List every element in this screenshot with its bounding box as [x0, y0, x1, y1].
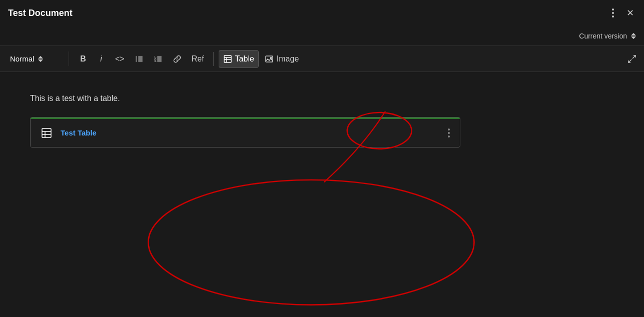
svg-rect-12	[224, 56, 231, 62]
image-label: Image	[277, 54, 299, 64]
table-icon	[223, 54, 232, 64]
ref-label: Ref	[192, 54, 204, 64]
svg-rect-9	[157, 56, 162, 58]
svg-rect-0	[136, 56, 137, 58]
svg-line-18	[632, 56, 635, 58]
svg-line-19	[628, 60, 631, 62]
ordered-list-button[interactable]: 1. 2. 3.	[150, 50, 167, 68]
svg-text:3.: 3.	[154, 60, 157, 62]
svg-rect-4	[136, 60, 137, 62]
code-label: <>	[115, 54, 125, 64]
version-selector[interactable]: Current version	[579, 32, 636, 40]
expand-button[interactable]	[624, 51, 640, 67]
title-bar-right: ✕	[610, 6, 636, 20]
version-chevron-icon	[631, 33, 636, 39]
code-button[interactable]: <>	[111, 50, 129, 68]
link-button[interactable]	[169, 50, 186, 68]
table-block-header[interactable]: Test Table	[31, 118, 460, 147]
svg-rect-11	[157, 60, 162, 62]
italic-label: i	[100, 54, 102, 64]
svg-point-17	[270, 57, 272, 58]
image-button[interactable]: Image	[261, 50, 303, 68]
bullet-list-icon	[135, 54, 144, 64]
svg-rect-5	[138, 60, 143, 62]
style-chevron-icon	[38, 56, 43, 62]
editor-paragraph: This is a test with a table.	[30, 92, 614, 105]
style-selector[interactable]: Normal	[4, 52, 69, 66]
link-icon	[173, 54, 182, 64]
bold-label: B	[80, 54, 86, 64]
image-icon	[265, 54, 274, 64]
table-block[interactable]: Test Table	[30, 117, 460, 148]
version-label-text: Current version	[579, 32, 627, 40]
table-button[interactable]: Table	[219, 50, 259, 68]
svg-rect-3	[138, 58, 143, 60]
ref-button[interactable]: Ref	[188, 50, 208, 68]
title-bar-left: Test Document	[8, 8, 73, 18]
italic-button[interactable]: i	[93, 50, 109, 68]
bold-button[interactable]: B	[75, 50, 91, 68]
expand-icon	[627, 54, 637, 64]
bullet-list-button[interactable]	[131, 50, 148, 68]
svg-rect-10	[157, 58, 162, 60]
svg-point-25	[148, 180, 474, 305]
style-label: Normal	[10, 54, 34, 63]
title-bar: Test Document ✕	[0, 0, 644, 26]
table-block-icon	[39, 125, 55, 141]
more-options-icon[interactable]	[610, 6, 616, 20]
version-bar: Current version	[0, 26, 644, 46]
table-block-title: Test Table	[61, 128, 446, 137]
close-icon[interactable]: ✕	[624, 7, 636, 19]
toolbar-separator-1	[213, 52, 214, 66]
svg-rect-2	[136, 58, 137, 60]
ordered-list-icon: 1. 2. 3.	[154, 54, 163, 64]
editor-area[interactable]: This is a test with a table. Test Table	[0, 72, 644, 312]
annotation-overlay	[0, 72, 644, 312]
document-title: Test Document	[8, 8, 73, 18]
toolbar: Normal B i <> 1. 2. 3.	[0, 46, 644, 72]
table-label: Table	[235, 54, 254, 64]
svg-rect-1	[138, 56, 143, 58]
table-more-icon[interactable]	[446, 126, 452, 140]
svg-rect-20	[42, 128, 51, 138]
